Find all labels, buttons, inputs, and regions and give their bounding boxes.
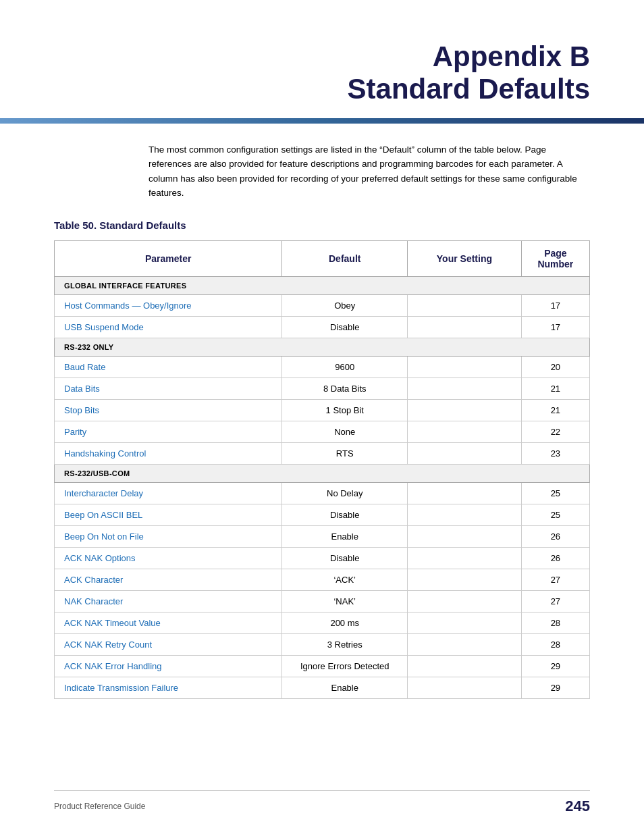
your-setting-cell xyxy=(408,525,522,547)
footer: Product Reference Guide 245 xyxy=(54,790,590,815)
param-cell: ACK NAK Error Handling xyxy=(55,655,282,677)
default-cell: Obey xyxy=(282,294,408,316)
default-cell: 8 Data Bits xyxy=(282,377,408,399)
page-title: Appendix B Standard Defaults xyxy=(54,41,590,106)
table-row: Intercharacter DelayNo Delay25 xyxy=(55,482,590,504)
default-cell: Ignore Errors Detected xyxy=(282,655,408,677)
table-row: USB Suspend ModeDisable17 xyxy=(55,316,590,338)
page-cell: 26 xyxy=(521,525,589,547)
main-table-wrapper: Parameter Default Your Setting Page Numb… xyxy=(0,240,644,699)
default-cell: Enable xyxy=(282,525,408,547)
table-row: Baud Rate960020 xyxy=(55,356,590,377)
param-cell: ACK NAK Options xyxy=(55,547,282,569)
param-cell: ACK NAK Timeout Value xyxy=(55,612,282,633)
your-setting-cell xyxy=(408,482,522,504)
default-cell: ‘NAK’ xyxy=(282,590,408,612)
page-cell: 21 xyxy=(521,399,589,421)
param-cell: Host Commands — Obey/Ignore xyxy=(55,294,282,316)
default-cell: RTS xyxy=(282,442,408,464)
default-cell: ‘ACK’ xyxy=(282,569,408,590)
param-cell: NAK Character xyxy=(55,590,282,612)
table-row: Stop Bits1 Stop Bit21 xyxy=(55,399,590,421)
footer-left-text: Product Reference Guide xyxy=(54,802,145,811)
table-row: ACK NAK OptionsDisable26 xyxy=(55,547,590,569)
table-row: ACK NAK Error HandlingIgnore Errors Dete… xyxy=(55,655,590,677)
page-cell: 27 xyxy=(521,569,589,590)
table-title: Table 50. Standard Defaults xyxy=(54,219,590,231)
page-cell: 21 xyxy=(521,377,589,399)
page-cell: 20 xyxy=(521,356,589,377)
page-cell: 28 xyxy=(521,633,589,655)
section-header-2: RS-232/USB-Com xyxy=(55,464,590,482)
param-cell: Baud Rate xyxy=(55,356,282,377)
table-row: ACK Character‘ACK’27 xyxy=(55,569,590,590)
param-cell: ACK NAK Retry Count xyxy=(55,633,282,655)
page-cell: 26 xyxy=(521,547,589,569)
param-cell: Beep On Not on File xyxy=(55,525,282,547)
your-setting-cell xyxy=(408,655,522,677)
default-cell: 3 Retries xyxy=(282,633,408,655)
section-label-0: GLOBAL INTERFACE FEATURES xyxy=(55,276,590,294)
your-setting-cell xyxy=(408,590,522,612)
table-row: ACK NAK Retry Count3 Retries28 xyxy=(55,633,590,655)
param-cell: Intercharacter Delay xyxy=(55,482,282,504)
section-header-0: GLOBAL INTERFACE FEATURES xyxy=(55,276,590,294)
main-table: Parameter Default Your Setting Page Numb… xyxy=(54,240,590,699)
page-cell: 29 xyxy=(521,677,589,698)
param-cell: Indicate Transmission Failure xyxy=(55,677,282,698)
table-row: Handshaking ControlRTS23 xyxy=(55,442,590,464)
default-cell: Disable xyxy=(282,316,408,338)
table-row: Host Commands — Obey/IgnoreObey17 xyxy=(55,294,590,316)
intro-text: The most common configuration settings a… xyxy=(149,142,590,201)
your-setting-cell xyxy=(408,356,522,377)
your-setting-cell xyxy=(408,504,522,525)
page-cell: 22 xyxy=(521,421,589,442)
page-cell: 17 xyxy=(521,294,589,316)
footer-page-number: 245 xyxy=(565,798,590,815)
param-cell: ACK Character xyxy=(55,569,282,590)
default-cell: Disable xyxy=(282,547,408,569)
param-cell: Data Bits xyxy=(55,377,282,399)
default-cell: None xyxy=(282,421,408,442)
table-row: Indicate Transmission FailureEnable29 xyxy=(55,677,590,698)
col-header-your-setting: Your Setting xyxy=(408,240,522,276)
your-setting-cell xyxy=(408,294,522,316)
your-setting-cell xyxy=(408,377,522,399)
table-row: Beep On ASCII BELDisable25 xyxy=(55,504,590,525)
table-row: ACK NAK Timeout Value200 ms28 xyxy=(55,612,590,633)
table-row: NAK Character‘NAK’27 xyxy=(55,590,590,612)
section-label-2: RS-232/USB-Com xyxy=(55,464,590,482)
table-title-section: Table 50. Standard Defaults xyxy=(0,201,644,240)
table-row: Beep On Not on FileEnable26 xyxy=(55,525,590,547)
page-cell: 28 xyxy=(521,612,589,633)
your-setting-cell xyxy=(408,399,522,421)
col-header-page-number: Page Number xyxy=(521,240,589,276)
param-cell: USB Suspend Mode xyxy=(55,316,282,338)
default-cell: Enable xyxy=(282,677,408,698)
blue-divider xyxy=(0,118,644,124)
default-cell: Disable xyxy=(282,504,408,525)
table-row: Data Bits8 Data Bits21 xyxy=(55,377,590,399)
page-cell: 25 xyxy=(521,504,589,525)
param-cell: Beep On ASCII BEL xyxy=(55,504,282,525)
your-setting-cell xyxy=(408,316,522,338)
your-setting-cell xyxy=(408,421,522,442)
default-cell: 1 Stop Bit xyxy=(282,399,408,421)
param-cell: Stop Bits xyxy=(55,399,282,421)
page-cell: 27 xyxy=(521,590,589,612)
page-cell: 25 xyxy=(521,482,589,504)
page-cell: 23 xyxy=(521,442,589,464)
your-setting-cell xyxy=(408,547,522,569)
default-cell: No Delay xyxy=(282,482,408,504)
param-cell: Handshaking Control xyxy=(55,442,282,464)
default-cell: 9600 xyxy=(282,356,408,377)
intro-section: The most common configuration settings a… xyxy=(0,124,644,201)
param-cell: Parity xyxy=(55,421,282,442)
your-setting-cell xyxy=(408,612,522,633)
section-header-1: RS-232 ONLY xyxy=(55,338,590,356)
header-section: Appendix B Standard Defaults xyxy=(0,0,644,106)
table-row: ParityNone22 xyxy=(55,421,590,442)
your-setting-cell xyxy=(408,442,522,464)
page: Appendix B Standard Defaults The most co… xyxy=(0,0,644,834)
col-header-default: Default xyxy=(282,240,408,276)
